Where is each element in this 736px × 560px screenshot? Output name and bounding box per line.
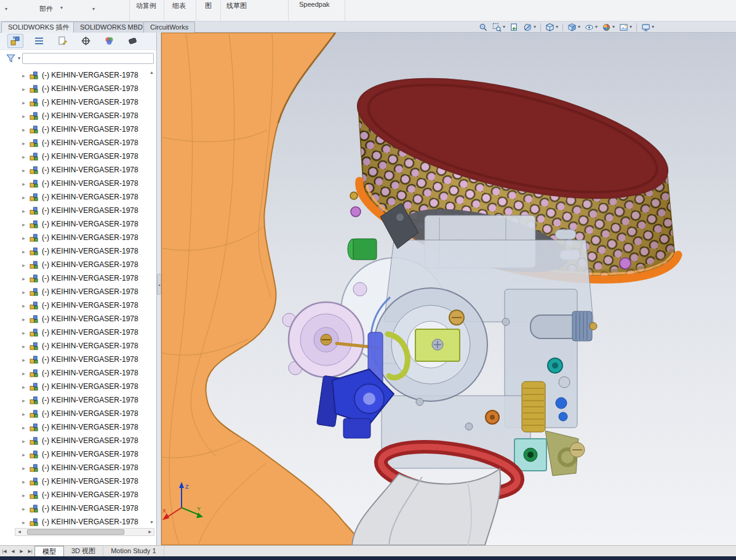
tab-scroll-first-icon[interactable]: |◀ bbox=[0, 546, 9, 556]
zoom-area-icon[interactable]: ▾ bbox=[492, 23, 505, 32]
expand-arrow-icon[interactable] bbox=[21, 518, 26, 526]
3d-model-scene[interactable]: Z X Y bbox=[161, 33, 736, 545]
doc-tab-motion-study[interactable]: Motion Study 1 bbox=[103, 546, 164, 556]
tree-item[interactable]: (-) KEIHIN-VERGASER-1978 bbox=[0, 231, 149, 244]
featuremanager-tree-icon[interactable] bbox=[7, 34, 23, 48]
filter-funnel-icon[interactable] bbox=[6, 54, 16, 63]
panel-splitter[interactable] bbox=[157, 33, 161, 545]
dimxpertmanager-icon[interactable] bbox=[78, 34, 94, 48]
choke-knob[interactable] bbox=[348, 239, 377, 260]
tree-item[interactable]: (-) KEIHIN-VERGASER-1978 bbox=[0, 502, 149, 515]
expand-arrow-icon[interactable] bbox=[21, 138, 26, 147]
dropdown-caret-icon[interactable]: ▾ bbox=[60, 6, 63, 10]
ribbon-item-motion-study[interactable]: 动算例 bbox=[136, 1, 156, 10]
section-view-icon[interactable]: ▾ bbox=[523, 23, 536, 32]
tree-item[interactable]: (-) KEIHIN-VERGASER-1978 bbox=[0, 434, 149, 447]
expand-arrow-icon[interactable] bbox=[21, 355, 26, 364]
tab-solidworks-mbd[interactable]: SOLIDWORKS MBD bbox=[73, 22, 150, 33]
tree-item[interactable]: (-) KEIHIN-VERGASER-1978 bbox=[0, 461, 149, 474]
tree-item[interactable]: (-) KEIHIN-VERGASER-1978 bbox=[0, 271, 149, 285]
tab-scroll-last-icon[interactable]: ▶| bbox=[26, 546, 34, 556]
propertymanager-icon[interactable] bbox=[31, 34, 47, 48]
expand-arrow-icon[interactable] bbox=[21, 301, 26, 310]
tab-circuitworks[interactable]: CircuitWorks bbox=[143, 22, 195, 33]
expand-arrow-icon[interactable] bbox=[21, 369, 26, 377]
tree-item[interactable]: (-) KEIHIN-VERGASER-1978 bbox=[0, 298, 149, 312]
hidden-tree-items-icon[interactable] bbox=[124, 34, 140, 48]
ribbon-item-explode-line-sketch[interactable]: 线草图 bbox=[226, 1, 247, 10]
tree-item[interactable]: (-) KEIHIN-VERGASER-1978 bbox=[0, 380, 149, 393]
filter-wingnut[interactable] bbox=[620, 258, 631, 269]
expand-arrow-icon[interactable] bbox=[21, 342, 26, 350]
expand-arrow-icon[interactable] bbox=[21, 166, 26, 174]
tree-item[interactable]: (-) KEIHIN-VERGASER-1978 bbox=[0, 285, 149, 298]
expand-arrow-icon[interactable] bbox=[21, 314, 26, 323]
tree-item[interactable]: (-) KEIHIN-VERGASER-1978 bbox=[0, 68, 149, 82]
expand-arrow-icon[interactable] bbox=[21, 125, 26, 134]
expand-arrow-icon[interactable] bbox=[21, 396, 26, 404]
fuel-tank[interactable] bbox=[161, 33, 366, 545]
previous-view-icon[interactable] bbox=[510, 23, 519, 32]
expand-arrow-icon[interactable] bbox=[21, 409, 26, 418]
expand-arrow-icon[interactable] bbox=[21, 287, 26, 296]
scrollbar-thumb[interactable] bbox=[27, 529, 124, 535]
expand-arrow-icon[interactable] bbox=[21, 233, 26, 242]
display-style-icon[interactable]: ▾ bbox=[545, 23, 558, 32]
expand-arrow-icon[interactable] bbox=[21, 490, 26, 499]
graphics-viewport[interactable]: Z X Y bbox=[161, 33, 736, 545]
doc-tab-model[interactable]: 模型 bbox=[34, 546, 64, 556]
expand-arrow-icon[interactable] bbox=[21, 71, 26, 79]
tree-item[interactable]: (-) KEIHIN-VERGASER-1978 bbox=[0, 488, 149, 502]
dropdown-caret-icon[interactable]: ▾ bbox=[92, 7, 95, 12]
cable-clamp-plate[interactable] bbox=[415, 329, 460, 361]
expand-arrow-icon[interactable] bbox=[21, 463, 26, 472]
expand-arrow-icon[interactable] bbox=[21, 260, 26, 269]
intake-pipe[interactable] bbox=[352, 469, 500, 545]
tree-item[interactable]: (-) KEIHIN-VERGASER-1978 bbox=[0, 177, 149, 190]
expand-arrow-icon[interactable] bbox=[21, 179, 26, 188]
tree-item[interactable]: (-) KEIHIN-VERGASER-1978 bbox=[0, 366, 149, 380]
tree-item[interactable]: (-) KEIHIN-VERGASER-1978 bbox=[0, 420, 149, 434]
tree-item[interactable]: (-) KEIHIN-VERGASER-1978 bbox=[0, 474, 149, 488]
apply-scene-icon[interactable]: ▾ bbox=[619, 23, 632, 32]
displaymanager-icon[interactable] bbox=[101, 34, 117, 48]
expand-arrow-icon[interactable] bbox=[21, 423, 26, 431]
throttle-shaft[interactable] bbox=[530, 311, 597, 341]
tab-scroll-next-icon[interactable]: ▶ bbox=[17, 546, 26, 556]
expand-arrow-icon[interactable] bbox=[21, 477, 26, 486]
expand-arrow-icon[interactable] bbox=[21, 111, 26, 120]
tree-scroll-down-icon[interactable] bbox=[148, 519, 155, 526]
expand-arrow-icon[interactable] bbox=[21, 247, 26, 255]
tree-item[interactable]: (-) KEIHIN-VERGASER-1978 bbox=[0, 312, 149, 326]
expand-arrow-icon[interactable] bbox=[21, 382, 26, 391]
doc-tab-3d-views[interactable]: 3D 视图 bbox=[64, 546, 103, 556]
dropdown-caret-icon[interactable]: ▾ bbox=[18, 56, 20, 61]
tree-item[interactable]: (-) KEIHIN-VERGASER-1978 bbox=[0, 217, 149, 231]
tab-scroll-prev-icon[interactable]: ◀ bbox=[9, 546, 17, 556]
expand-arrow-icon[interactable] bbox=[21, 193, 26, 201]
view-orientation-icon[interactable]: ▾ bbox=[567, 23, 580, 32]
tab-solidworks-addins[interactable]: SOLIDWORKS 插件 bbox=[1, 22, 76, 33]
tree-item[interactable]: (-) KEIHIN-VERGASER-1978 bbox=[0, 163, 149, 177]
filter-bolt[interactable] bbox=[350, 192, 358, 199]
expand-arrow-icon[interactable] bbox=[21, 450, 26, 458]
tree-item[interactable]: (-) KEIHIN-VERGASER-1978 bbox=[0, 258, 149, 271]
expand-arrow-icon[interactable] bbox=[21, 436, 26, 445]
ribbon-item-exploded-view[interactable]: 图 bbox=[205, 1, 212, 10]
view-settings-icon[interactable]: ▾ bbox=[641, 23, 654, 32]
tree-item[interactable]: (-) KEIHIN-VERGASER-1978 bbox=[0, 244, 149, 258]
tree-item[interactable]: (-) KEIHIN-VERGASER-1978 bbox=[0, 393, 149, 407]
ribbon-item-components[interactable]: 部件 bbox=[39, 4, 53, 14]
tree-item[interactable]: (-) KEIHIN-VERGASER-1978 bbox=[0, 122, 149, 136]
tree-item[interactable]: (-) KEIHIN-VERGASER-1978 bbox=[0, 447, 149, 461]
scroll-right-icon[interactable]: ▶ bbox=[146, 529, 154, 535]
expand-arrow-icon[interactable] bbox=[21, 206, 26, 215]
ribbon-item-bom[interactable]: 细表 bbox=[172, 1, 186, 10]
splitter-collapse-handle[interactable] bbox=[157, 274, 161, 295]
carburetor-body[interactable] bbox=[282, 203, 597, 545]
tree-item[interactable]: (-) KEIHIN-VERGASER-1978 bbox=[0, 353, 149, 366]
expand-arrow-icon[interactable] bbox=[21, 220, 26, 228]
hide-show-items-icon[interactable]: ▾ bbox=[585, 23, 598, 32]
tree-item[interactable]: (-) KEIHIN-VERGASER-1978 bbox=[0, 515, 149, 528]
scroll-left-icon[interactable]: ◀ bbox=[15, 529, 23, 535]
